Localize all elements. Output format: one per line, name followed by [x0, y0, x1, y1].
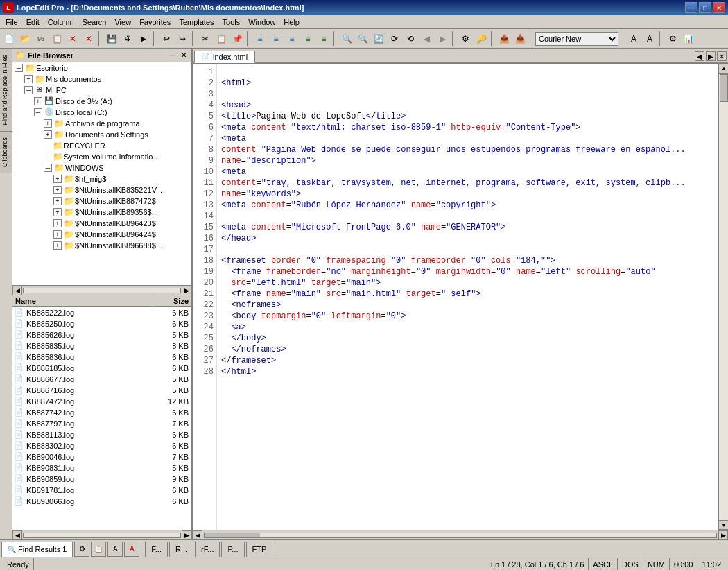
vscroll-track[interactable] [719, 74, 728, 520]
tree-item-windows[interactable]: ─ 📁 WINDOWS [12, 162, 191, 173]
file-item[interactable]: 📄 KB886185.log 6 KB [12, 363, 191, 374]
tree-scroll-left[interactable]: ◀ [12, 286, 22, 295]
toolbar-btn3[interactable]: 96 [33, 31, 49, 46]
file-item[interactable]: 📄 KB886716.log 5 KB [12, 385, 191, 396]
toolbar-btn8[interactable]: 🖨 [120, 31, 135, 46]
file-item[interactable]: 📄 KB885626.log 5 KB [12, 329, 191, 340]
file-item[interactable]: 📄 KB885250.log 6 KB [12, 318, 191, 329]
undo-button[interactable]: ↩ [159, 31, 174, 46]
filelist-scroll-left[interactable]: ◀ [12, 530, 22, 540]
open-button[interactable]: 📂 [17, 31, 33, 46]
menu-view[interactable]: View [110, 17, 135, 28]
tree-item-kb835221[interactable]: + 📁 $NtUninstallKB835221V... [12, 184, 191, 196]
bottom-tab-r[interactable]: R... [169, 542, 193, 557]
redo-button[interactable]: ↪ [175, 31, 190, 46]
file-item[interactable]: 📄 KB887742.log 6 KB [12, 407, 191, 418]
vscroll-up[interactable]: ▲ [719, 64, 728, 74]
code-editor[interactable]: 1 2 3 4 5 6 7 8 9 10 11 12 13 14 15 16 1 [193, 64, 728, 530]
file-item[interactable]: 📄 KB887797.log 7 KB [12, 418, 191, 429]
menu-window[interactable]: Window [244, 17, 279, 28]
toolbar-btn18[interactable]: ≡ [316, 31, 331, 46]
paste-button[interactable]: 📌 [229, 31, 245, 46]
menu-tools[interactable]: Tools [218, 17, 245, 28]
file-browser-close[interactable]: ✕ [179, 51, 189, 60]
expander[interactable]: + [53, 241, 62, 250]
expander[interactable]: + [53, 186, 62, 194]
expander[interactable]: ─ [34, 108, 42, 116]
new-button[interactable]: 📄 [1, 31, 17, 46]
file-item[interactable]: 📄 KB885222.log 6 KB [12, 307, 191, 318]
bottom-tab-f[interactable]: F... [145, 542, 168, 557]
toolbar-btn4[interactable]: 📋 [49, 31, 64, 46]
expander[interactable]: ─ [24, 86, 33, 94]
filelist-scroll-right[interactable]: ▶ [182, 530, 191, 540]
toolbar-btn31[interactable]: A [642, 31, 657, 46]
file-item[interactable]: 📄 KB888302.log 6 KB [12, 440, 191, 451]
toolbar-btn17[interactable]: ≡ [300, 31, 315, 46]
expander[interactable]: + [53, 219, 62, 227]
bottom-tab-rf[interactable]: rF... [195, 542, 220, 557]
tab-nav-close[interactable]: ✕ [717, 51, 727, 61]
expander[interactable]: + [44, 119, 52, 128]
tree-item-kb896424[interactable]: + 📁 $NtUninstallKB896424$ [12, 229, 191, 240]
toolbar-btn26[interactable]: ⚙ [458, 31, 473, 46]
file-item[interactable]: 📄 KB888113.log 6 KB [12, 429, 191, 440]
minimize-button[interactable]: ─ [685, 2, 697, 13]
clipboards-tab[interactable]: Clipboards [0, 131, 12, 173]
tree-scroll-track[interactable] [23, 288, 181, 293]
editor-hscrollbar[interactable]: ◀ ▶ [193, 530, 728, 539]
filelist-hscroll[interactable]: ◀ ▶ [12, 530, 191, 539]
find-replace-tab[interactable]: Find and Replace in Files [0, 49, 12, 131]
save-button[interactable]: 💾 [104, 31, 119, 46]
code-content[interactable]: <html> <head> <title>Pagina Web de LopeS… [217, 64, 718, 530]
find-results-btn1[interactable]: ⚙ [74, 542, 89, 557]
toolbar-btn23[interactable]: ⟲ [403, 31, 418, 46]
bottom-tab-ftp[interactable]: FTP [246, 542, 273, 557]
file-item[interactable]: 📄 KB890831.log 5 KB [12, 463, 191, 474]
expander[interactable]: + [24, 75, 33, 83]
hscroll-left[interactable]: ◀ [193, 530, 202, 540]
file-item[interactable]: 📄 KB887472.log 12 KB [12, 396, 191, 407]
tree-item-kb896423[interactable]: + 📁 $NtUninstallKB896423$ [12, 218, 191, 229]
toolbar-btn30[interactable]: A [626, 31, 641, 46]
vscroll-thumb[interactable] [720, 74, 728, 102]
tree-hscroll[interactable]: ◀ ▶ [12, 286, 191, 295]
file-item[interactable]: 📄 KB886677.log 5 KB [12, 374, 191, 385]
file-item[interactable]: 📄 KB885835.log 8 KB [12, 340, 191, 352]
toolbar-btn25[interactable]: ▶ [435, 31, 450, 46]
expander[interactable]: ─ [44, 164, 52, 172]
toolbar-btn14[interactable]: ≡ [252, 31, 268, 46]
tree-item-recycler[interactable]: 📁 RECYCLER [12, 140, 191, 151]
toolbar-btn9[interactable]: ▶ [136, 31, 151, 46]
file-item[interactable]: 📄 KB885836.log 6 KB [12, 352, 191, 363]
expander[interactable]: ─ [15, 64, 23, 72]
file-browser-minimize[interactable]: ─ [168, 51, 177, 60]
vscroll-down[interactable]: ▼ [719, 520, 728, 530]
tree-item-misdocs[interactable]: + 📁 Mis documentos [12, 74, 191, 85]
tree-item-kb896688[interactable]: + 📁 $NtUninstallKB896688$... [12, 240, 191, 251]
tree-item-kb887472[interactable]: + 📁 $NtUninstallKB887472$ [12, 196, 191, 207]
tree-item-docsettings[interactable]: + 📁 Documents and Settings [12, 129, 191, 140]
hscroll-thumb[interactable] [205, 533, 260, 537]
bottom-tab-find-results[interactable]: 🔍 Find Results 1 [1, 542, 73, 557]
toolbar-btn28[interactable]: 📤 [496, 31, 512, 46]
tree-item-hfmig[interactable]: + 📁 $hf_mig$ [12, 173, 191, 184]
toolbar-btn6[interactable]: ✕ [81, 31, 96, 46]
find-results-btn4[interactable]: A [124, 542, 139, 557]
tree-item-mipc[interactable]: ─ 🖥 Mi PC [12, 85, 191, 96]
expander[interactable]: + [44, 130, 52, 139]
toolbar-btn29[interactable]: 📥 [512, 31, 528, 46]
expander[interactable]: + [53, 230, 62, 239]
editor-tab-index-html[interactable]: 📄 index.html [194, 51, 255, 63]
tree-item-escritorio[interactable]: ─ 📁 Escritorio [12, 62, 191, 74]
bottom-tab-p[interactable]: P... [221, 542, 244, 557]
expander[interactable]: + [53, 208, 62, 216]
toolbar-btn21[interactable]: 🔄 [371, 31, 386, 46]
hscroll-track[interactable] [204, 533, 717, 538]
toolbar-btn33[interactable]: 📊 [681, 31, 696, 46]
file-item[interactable]: 📄 KB893066.log 6 KB [12, 496, 191, 507]
filelist-scroll-track[interactable] [23, 533, 181, 538]
file-item[interactable]: 📄 KB890046.log 7 KB [12, 451, 191, 463]
expander[interactable]: + [34, 97, 42, 105]
toolbar-btn19[interactable]: 🔍 [339, 31, 354, 46]
